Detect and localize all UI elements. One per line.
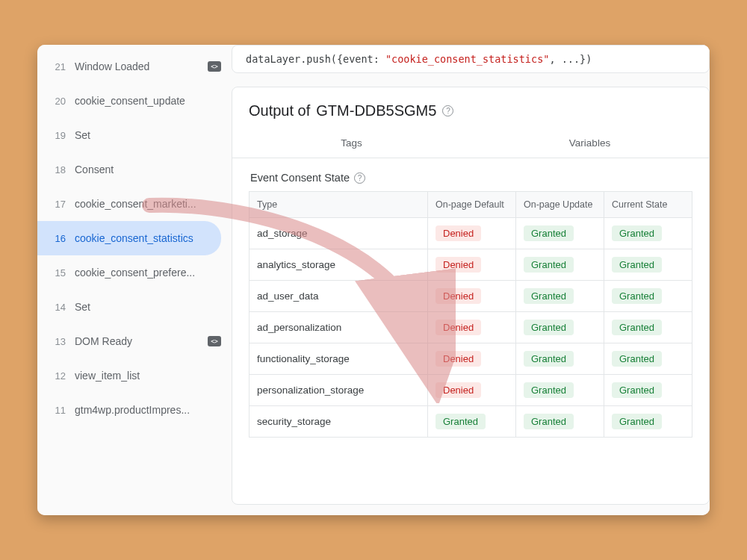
cell-default: Granted [428, 406, 516, 438]
code-prefix: dataLayer.push({event: [246, 53, 385, 65]
status-badge: Granted [612, 288, 662, 304]
sidebar-item[interactable]: 20cookie_consent_update [37, 84, 232, 118]
cell-default: Denied [428, 281, 516, 312]
sidebar-item-number: 11 [52, 405, 66, 416]
sidebar-item-label: Set [75, 129, 221, 141]
cell-update: Granted [516, 406, 604, 438]
cell-update: Granted [516, 312, 604, 343]
code-icon: <> [208, 61, 221, 72]
sidebar-item-label: cookie_consent_prefere... [75, 267, 221, 279]
cell-type: analytics_storage [249, 249, 428, 281]
cell-update: Granted [516, 281, 604, 312]
status-badge: Granted [612, 225, 662, 241]
cell-default: Denied [428, 218, 516, 249]
table-row: ad_user_dataDeniedGrantedGranted [249, 281, 692, 312]
cell-update: Granted [516, 343, 604, 375]
sidebar-item-label: view_item_list [75, 370, 221, 382]
sidebar-item-number: 18 [52, 164, 66, 175]
help-icon[interactable]: ? [354, 172, 365, 184]
table-row: analytics_storageDeniedGrantedGranted [249, 249, 692, 281]
main-panel: dataLayer.push({event: "cookie_consent_s… [232, 45, 710, 515]
sidebar-item-label: DOM Ready [75, 335, 199, 347]
status-badge: Granted [612, 382, 662, 398]
output-tabs: Tags Variables [232, 130, 709, 158]
event-sidebar: 21Window Loaded<>20cookie_consent_update… [37, 45, 232, 515]
cell-state: Granted [604, 249, 692, 281]
col-update: On-page Update [516, 192, 604, 218]
status-badge: Granted [524, 382, 574, 398]
code-icon: <> [208, 336, 221, 346]
status-badge: Denied [436, 288, 481, 304]
status-badge: Granted [612, 414, 662, 429]
cell-update: Granted [516, 249, 604, 281]
sidebar-item[interactable]: 14Set [37, 290, 232, 324]
col-state: Current State [604, 192, 692, 218]
sidebar-item-number: 14 [52, 302, 66, 313]
table-row: functionality_storageDeniedGrantedGrante… [249, 343, 692, 375]
sidebar-item-label: cookie_consent_marketi... [75, 198, 221, 210]
col-default: On-page Default [428, 192, 516, 218]
code-string: "cookie_consent_statistics" [385, 53, 549, 65]
sidebar-item-label: gtm4wp.productImpres... [75, 404, 221, 416]
cell-default: Denied [428, 249, 516, 281]
sidebar-item-label: Consent [75, 164, 221, 175]
cell-type: personalization_storage [249, 375, 428, 406]
sidebar-item-number: 17 [52, 199, 66, 210]
cell-update: Granted [516, 218, 604, 249]
sidebar-item-label: Set [75, 301, 221, 313]
sidebar-item[interactable]: 13DOM Ready<> [37, 324, 232, 358]
cell-type: functionality_storage [249, 343, 428, 375]
sidebar-item[interactable]: 17cookie_consent_marketi... [37, 187, 232, 221]
status-badge: Granted [524, 351, 574, 367]
cell-type: ad_storage [249, 218, 428, 249]
status-badge: Granted [612, 257, 662, 273]
sidebar-item[interactable]: 21Window Loaded<> [37, 49, 232, 84]
sidebar-item-label: cookie_consent_statistics [75, 232, 211, 244]
cell-type: ad_personalization [249, 312, 428, 343]
code-suffix: , ...}) [549, 53, 592, 65]
table-row: personalization_storageDeniedGrantedGran… [249, 375, 692, 406]
section-title: Event Consent State ? [250, 172, 692, 184]
help-icon[interactable]: ? [442, 105, 453, 116]
datalayer-code: dataLayer.push({event: "cookie_consent_s… [232, 45, 710, 73]
table-row: ad_personalizationDeniedGrantedGranted [249, 312, 692, 343]
section-title-text: Event Consent State [250, 172, 350, 184]
cell-state: Granted [604, 343, 692, 375]
status-badge: Granted [524, 225, 574, 241]
status-badge: Denied [436, 320, 481, 335]
output-title: Output of GTM-DDB5SGM5 ? [249, 102, 692, 119]
status-badge: Granted [612, 320, 662, 335]
container-id: GTM-DDB5SGM5 [316, 102, 436, 119]
cell-state: Granted [604, 312, 692, 343]
output-title-prefix: Output of [249, 102, 310, 119]
cell-default: Denied [428, 312, 516, 343]
tab-tags[interactable]: Tags [232, 130, 471, 158]
app-frame: 21Window Loaded<>20cookie_consent_update… [37, 45, 710, 515]
sidebar-item[interactable]: 19Set [37, 118, 232, 152]
status-badge: Denied [436, 225, 481, 241]
consent-table: Type On-page Default On-page Update Curr… [249, 191, 692, 438]
status-badge: Granted [524, 320, 574, 335]
status-badge: Granted [524, 288, 574, 304]
sidebar-item[interactable]: 18Consent [37, 152, 232, 187]
status-badge: Granted [612, 351, 662, 367]
tab-variables[interactable]: Variables [471, 130, 709, 158]
table-row: security_storageGrantedGrantedGranted [249, 406, 692, 438]
sidebar-item-number: 21 [52, 61, 66, 72]
cell-state: Granted [604, 281, 692, 312]
cell-state: Granted [604, 218, 692, 249]
cell-state: Granted [604, 406, 692, 438]
cell-type: security_storage [249, 406, 428, 438]
sidebar-item-label: Window Loaded [75, 60, 199, 72]
output-panel: Output of GTM-DDB5SGM5 ? Tags Variables … [232, 87, 710, 505]
sidebar-item[interactable]: 12view_item_list [37, 358, 232, 393]
sidebar-item-number: 19 [52, 130, 66, 141]
cell-default: Denied [428, 375, 516, 406]
sidebar-item-number: 15 [52, 267, 66, 279]
sidebar-item[interactable]: 15cookie_consent_prefere... [37, 255, 232, 290]
sidebar-item-number: 16 [52, 233, 66, 244]
status-badge: Denied [436, 382, 481, 398]
sidebar-item[interactable]: 16cookie_consent_statistics [37, 221, 221, 255]
sidebar-item[interactable]: 11gtm4wp.productImpres... [37, 393, 232, 427]
status-badge: Denied [436, 351, 481, 367]
